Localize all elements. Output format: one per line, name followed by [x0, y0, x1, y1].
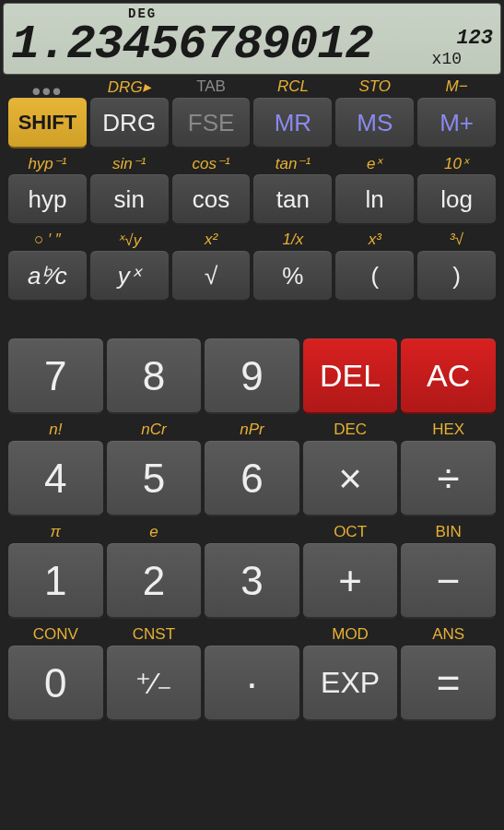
digit-8-button[interactable]: 8	[107, 338, 202, 414]
digit-5-button[interactable]: 5	[107, 441, 202, 516]
sin-button[interactable]: sin	[90, 174, 169, 225]
sec-dec: DEC	[303, 421, 398, 439]
sec-m-minus: M−	[417, 77, 496, 96]
ln-button[interactable]: ln	[335, 174, 414, 225]
sec-x-root-y: ˣ√y	[90, 231, 169, 249]
calculator: DEG 1.23456789012 x10 123 ••• DRG▸ TAB R…	[0, 0, 504, 830]
sqrt-button[interactable]: √	[172, 251, 251, 302]
digit-4-button[interactable]: 4	[8, 441, 103, 516]
digit-2-button[interactable]: 2	[107, 543, 202, 619]
display-main-value: 1.23456789012	[11, 18, 373, 72]
sec-ans: ANS	[401, 625, 496, 644]
all-clear-button[interactable]: AC	[401, 338, 496, 414]
sec-drg-cycle: DRG▸	[90, 77, 169, 96]
digit-1-button[interactable]: 1	[8, 543, 103, 619]
multiply-button[interactable]: ×	[303, 441, 398, 516]
hyp-button[interactable]: hyp	[8, 174, 87, 225]
open-paren-button[interactable]: (	[335, 251, 414, 302]
sec-ten-x: 10ˣ	[417, 154, 496, 172]
log-button[interactable]: log	[417, 174, 496, 225]
sec-n-factorial: n!	[8, 421, 103, 439]
sec-sto: STO	[335, 77, 414, 96]
secondary-row-2: hyp⁻¹ sin⁻¹ cos⁻¹ tan⁻¹ eˣ 10ˣ	[0, 154, 504, 172]
sec-tan-inv: tan⁻¹	[253, 154, 332, 172]
y-pow-x-button[interactable]: yˣ	[90, 251, 169, 302]
sec-mod: MOD	[303, 625, 398, 644]
digit-0-button[interactable]: 0	[8, 646, 103, 721]
fse-button[interactable]: FSE	[172, 98, 251, 148]
secondary-row-3: ○ ′ ″ ˣ√y x² 1/x x³ ³√	[0, 231, 504, 249]
m-plus-button[interactable]: M+	[417, 98, 496, 148]
mr-button[interactable]: MR	[253, 98, 332, 148]
fraction-button[interactable]: aᵇ⁄c	[8, 251, 87, 302]
secondary-row-6: π e OCT BIN	[0, 523, 504, 541]
secondary-row-1: ••• DRG▸ TAB RCL STO M−	[0, 77, 504, 96]
sec-ncr: nCr	[107, 421, 202, 439]
digit-7-button[interactable]: 7	[8, 338, 103, 414]
percent-button[interactable]: %	[253, 251, 332, 302]
sec-oct: OCT	[303, 523, 398, 541]
ms-button[interactable]: MS	[335, 98, 414, 148]
digit-3-button[interactable]: 3	[205, 543, 299, 619]
menu-icon: •••	[8, 77, 87, 96]
digit-6-button[interactable]: 6	[205, 441, 299, 516]
shift-button[interactable]: SHIFT	[8, 98, 87, 148]
sec-cos-inv: cos⁻¹	[172, 154, 251, 172]
sign-toggle-button[interactable]: ⁺⁄₋	[107, 646, 202, 721]
sec-hex: HEX	[401, 421, 496, 439]
delete-button[interactable]: DEL	[303, 338, 398, 414]
display-exp-label: x10	[432, 50, 462, 68]
sec-e: e	[107, 523, 202, 541]
drg-button[interactable]: DRG	[90, 98, 169, 148]
divide-button[interactable]: ÷	[401, 441, 496, 516]
sec-cube-root: ³√	[417, 231, 496, 249]
add-button[interactable]: +	[303, 543, 398, 619]
sec-tab: TAB	[172, 77, 251, 96]
sec-rcl: RCL	[253, 77, 332, 96]
sec-sin-inv: sin⁻¹	[90, 154, 169, 172]
tan-button[interactable]: tan	[253, 174, 332, 225]
digit-9-button[interactable]: 9	[205, 338, 299, 414]
decimal-point-button[interactable]: ·	[205, 646, 299, 721]
secondary-row-4	[0, 318, 504, 337]
secondary-row-5: n! nCr nPr DEC HEX	[0, 421, 504, 439]
sec-cnst: CNST	[107, 625, 202, 644]
sec-conv: CONV	[8, 625, 103, 644]
sec-pi: π	[8, 523, 103, 541]
sec-reciprocal: 1/x	[253, 231, 332, 249]
sec-e-x: eˣ	[335, 154, 414, 172]
sec-bin: BIN	[401, 523, 496, 541]
sec-npr: nPr	[205, 421, 299, 439]
cos-button[interactable]: cos	[172, 174, 251, 225]
display-exponent: 123	[456, 27, 493, 50]
lcd-display: DEG 1.23456789012 x10 123	[3, 3, 501, 75]
exp-button[interactable]: EXP	[303, 646, 398, 721]
sec-dms: ○ ′ ″	[8, 231, 87, 249]
close-paren-button[interactable]: )	[417, 251, 496, 302]
secondary-row-7: CONV CNST MOD ANS	[0, 625, 504, 644]
sec-hyp-inv: hyp⁻¹	[8, 154, 87, 172]
sec-x-cubed: x³	[335, 231, 414, 249]
sec-x-squared: x²	[172, 231, 251, 249]
equals-button[interactable]: =	[401, 646, 496, 721]
subtract-button[interactable]: −	[401, 543, 496, 619]
